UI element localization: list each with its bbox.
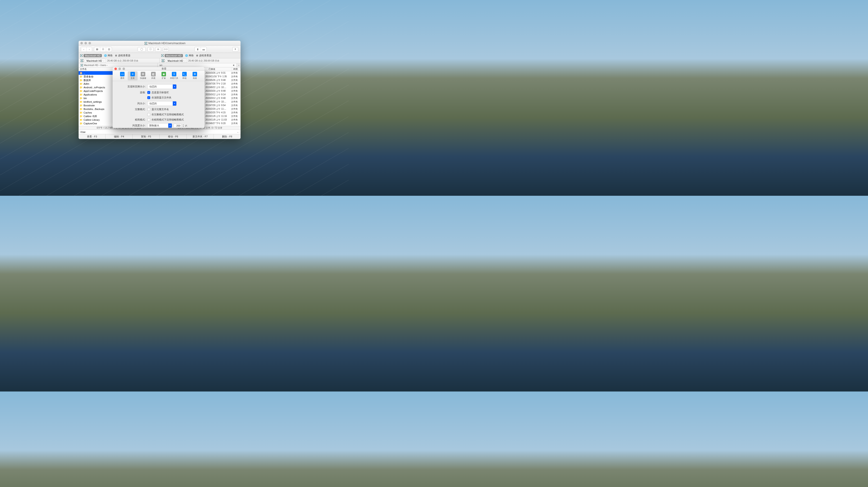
preferences-body: 页眉和页脚大小: 动态的▾ 选项: ✓总是显示标签栏 ✓在顶部显示文件夹 列大小… [113,81,205,128]
sheet-minimize-icon [119,68,121,70]
brief-thumbs-checkbox[interactable] [147,118,150,121]
full-thumbs-checkbox[interactable] [147,113,150,116]
window-title: 💽Macintosh HD/Users/macdown [91,42,239,45]
col-width-label: 列宽度大小: [118,124,147,127]
drive-info-left: 26.46 GB 分之 250.69 GB 空余 [107,59,138,62]
fkey-button[interactable]: 编辑 - F4 [105,134,132,139]
header-footer-select[interactable]: 动态的▾ [147,84,177,89]
source-tab[interactable]: 💽Macintosh HD [80,54,102,57]
source-tab[interactable]: 🖥进程查看器 [196,54,212,57]
col-width-stepper[interactable]: ▴▾ [183,124,184,127]
sheet-titlebar: 查看 [113,67,205,71]
function-keys: 查看 - F3编辑 - F4复制 - F5移动 - F6新文件夹 - F7删除 … [79,134,241,139]
fkey-button[interactable]: 复制 - F5 [132,134,159,139]
source-tab[interactable]: 🌐网络 [185,54,194,57]
brief-mode-label: 精简模式: [118,118,147,121]
sheet-zoom-icon [123,68,125,70]
always-show-tabbar-checkbox[interactable]: ✓ [147,91,150,94]
command-prompt: /Use [81,131,86,133]
header-footer-label: 页眉和页脚大小: [118,85,147,88]
download-button[interactable]: ⬇ [232,47,238,52]
view-icons-button[interactable]: ▦ [94,47,100,52]
drive-select-left[interactable]: Macintosh HD [85,59,106,63]
back-button[interactable]: ‹ [81,47,87,52]
breadcrumb-right[interactable]: wn★ [157,63,237,67]
full-mode-label: 完整模式: [118,108,147,111]
source-tab[interactable]: 🌐网络 [104,54,113,57]
view-list-button[interactable]: ☰ [100,47,106,52]
quicklook-button[interactable]: 👁 [155,47,161,52]
sheet-close-icon[interactable] [115,68,117,70]
nav-back-forward: ‹ › [81,47,92,52]
command-line-row: /Use ⌄ [79,129,241,134]
col-modified-right[interactable]: 已修改 [207,67,232,71]
col-width-field[interactable]: 200 [174,124,182,128]
zoom-icon[interactable] [89,42,91,44]
show-fullname-checkbox[interactable] [147,108,150,111]
drive-info-right: 26.46 GB 分之 250.69 GB 空余 [188,59,219,62]
pref-tab-存档工具[interactable]: ↧存档工具 [169,71,179,81]
fkey-button[interactable]: 删除 - F8 [214,134,241,139]
window-controls [81,42,91,44]
pref-tab-外观[interactable]: ◧外观 [148,71,158,81]
col-size-select[interactable]: 动态的▾ [147,101,177,106]
minimize-icon[interactable] [85,42,87,44]
fkey-button[interactable]: 移动 - F6 [159,134,186,139]
forward-button[interactable]: › [87,47,92,52]
options-label: 选项: [118,91,147,94]
dual-pane-button[interactable]: ▬ [201,47,207,52]
source-tabs-row: 💽Macintosh HD🌐网络🖥进程查看器 💽Macintosh HD🌐网络🖥… [79,53,241,58]
full-thumbs-label: 在完整模式下启用缩略图模式 [152,113,184,116]
pref-tab-快捷键[interactable]: ⌘快捷键 [138,71,148,81]
command-history-dropdown[interactable]: ⌄ [237,131,239,133]
pref-tab-查看[interactable]: ≡查看 [128,71,137,81]
source-tab[interactable]: 💽Macintosh HD [161,54,183,57]
pref-tab-扩展[interactable]: ◉扩展 [159,71,169,81]
toolbar: ‹ › ▦ ☰ ▥ ◯ ⓘ 👁 ⊙⊙ ▮ ▬ ⬇ [79,46,241,53]
drive-row: 💽 Macintosh HD 26.46 GB 分之 250.69 GB 空余 … [79,58,241,63]
add-tab-button[interactable]: ＋ [237,63,241,67]
path-row: 💽Macintosh HD › Users › wn★ ＋ [79,63,241,67]
hidden-toggle[interactable]: ◯ [137,47,146,52]
show-fullname-label: 显示完整文件名 [152,108,169,111]
pref-tab-终端[interactable]: >_终端 [180,71,189,81]
col-width-unit: pt. [185,124,188,127]
folders-on-top-label: 在顶部显示文件夹 [152,96,172,99]
tabs-left: 💽Macintosh HD🌐网络🖥进程查看器 [79,53,160,58]
col-size-label: 列大小: [118,102,147,105]
fkey-button[interactable]: 查看 - F3 [79,134,105,139]
titlebar: 💽Macintosh HD/Users/macdown [79,41,241,46]
drive-left: 💽 Macintosh HD 26.46 GB 分之 250.69 GB 空余 [79,58,159,63]
drive-select-right[interactable]: Macintosh HD [166,59,187,63]
view-mode-segment: ▦ ☰ ▥ [94,47,112,52]
pref-tab-通用[interactable]: ▭通用 [117,71,127,81]
drive-right: 💽 Macintosh HD 26.46 GB 分之 250.69 GB 空余 [159,58,241,63]
command-input[interactable] [86,131,237,133]
sheet-title: 查看 [125,67,203,70]
col-kind-right[interactable]: 种类 [232,67,241,71]
single-pane-button[interactable]: ▮ [195,47,201,52]
fkey-button[interactable]: 新文件夹 - F7 [186,134,214,139]
pref-tab-高级[interactable]: ✲高级 [190,71,200,81]
source-tab[interactable]: 🖥进程查看器 [115,54,130,57]
tabs-right: 💽Macintosh HD🌐网络🖥进程查看器 [160,53,241,58]
preferences-tabs: ▭通用≡查看⌘快捷键◧外观◉扩展↧存档工具>_终端✲高级 [113,71,205,81]
col-width-select[interactable]: 限制最大▾ [147,123,172,128]
pane-segment: ▮ ▬ [194,47,207,52]
breadcrumb-left[interactable]: 💽Macintosh HD › Users › [79,63,157,67]
view-columns-button[interactable]: ▥ [106,47,112,52]
close-icon[interactable] [81,42,83,44]
folders-on-top-checkbox[interactable]: ✓ [147,96,150,99]
info-button[interactable]: ⓘ [148,47,153,52]
always-show-tabbar-label: 总是显示标签栏 [152,91,169,94]
brief-thumbs-label: 在精简模式下启用缩略图模式 [152,118,184,121]
preferences-window: 查看 ▭通用≡查看⌘快捷键◧外观◉扩展↧存档工具>_终端✲高级 页眉和页脚大小:… [113,67,205,128]
search-button[interactable]: ⊙⊙ [163,47,169,52]
